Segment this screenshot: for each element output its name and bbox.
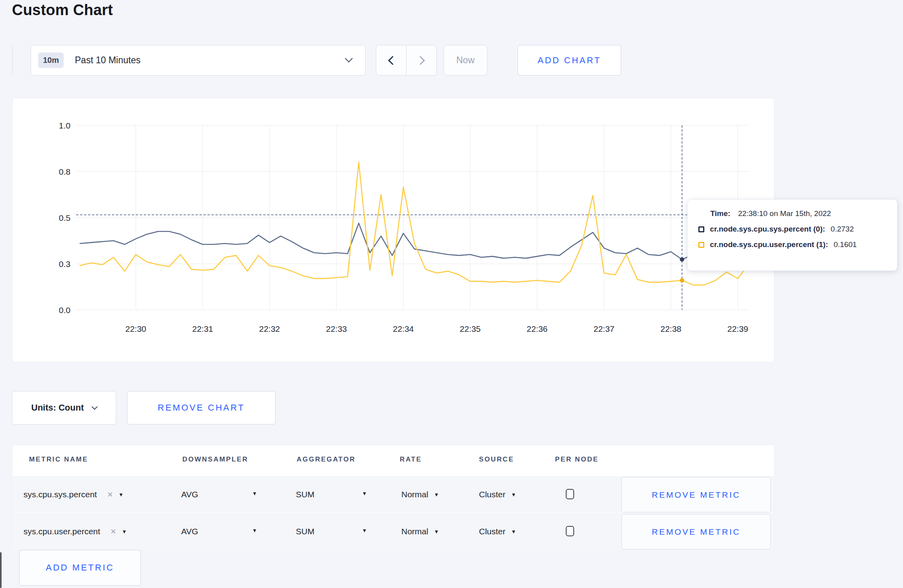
x-tick-label: 22:36: [527, 324, 548, 333]
clear-metric-icon[interactable]: ×: [107, 489, 113, 500]
now-button[interactable]: Now: [444, 45, 487, 76]
add-chart-button[interactable]: ADD CHART: [518, 45, 621, 76]
caret-down-icon: ▼: [122, 529, 127, 535]
clear-metric-icon[interactable]: ×: [111, 526, 116, 537]
aggregator-dropdown[interactable]: SUM: [296, 476, 315, 513]
caret-down-icon: ▼: [511, 492, 516, 498]
x-tick-label: 22:33: [326, 324, 347, 333]
remove-chart-button[interactable]: REMOVE CHART: [127, 391, 276, 424]
prev-time-button[interactable]: [376, 45, 407, 75]
remove-metric-button[interactable]: REMOVE METRIC: [622, 514, 771, 549]
per-node-checkbox[interactable]: [566, 489, 574, 499]
caret-down-icon[interactable]: ▼: [252, 528, 257, 533]
tooltip-series-row: cr.node.sys.cpu.sys.percent (0): 0.2732: [698, 225, 897, 234]
x-tick-label: 22:37: [594, 324, 615, 333]
chevron-left-icon: [388, 56, 397, 65]
metric-name-value: sys.cpu.user.percent: [23, 527, 100, 536]
metric-row: sys.cpu.sys.percent × ▼ AVG ▼ SUM ▼ Norm…: [12, 476, 774, 513]
col-header-aggregator: AGGREGATOR: [297, 456, 356, 463]
aggregator-dropdown[interactable]: SUM: [296, 513, 315, 550]
chevron-down-icon: [92, 403, 98, 410]
caret-down-icon: ▼: [434, 529, 439, 535]
downsampler-dropdown[interactable]: AVG: [181, 513, 198, 550]
x-tick-label: 22:34: [393, 324, 414, 333]
time-range-select[interactable]: 10m Past 10 Minutes: [31, 45, 366, 76]
add-metric-button[interactable]: ADD METRIC: [19, 550, 141, 586]
tooltip-time-label: Time:: [710, 209, 730, 218]
remove-metric-button[interactable]: REMOVE METRIC: [622, 477, 771, 512]
downsampler-value: AVG: [181, 490, 198, 499]
y-tick-label: 0.0: [59, 306, 70, 315]
caret-down-icon[interactable]: ▼: [252, 491, 257, 496]
chevron-down-icon: [345, 55, 353, 62]
page-title: Custom Chart: [12, 2, 113, 19]
col-header-rate: RATE: [400, 456, 422, 463]
y-tick-label: 0.5: [59, 213, 70, 222]
aggregator-value: SUM: [296, 527, 315, 536]
col-header-downsampler: DOWNSAMPLER: [182, 456, 248, 463]
rate-dropdown[interactable]: Normal ▼: [401, 513, 439, 550]
series-line-cr.node.sys.cpu.user.percent: [80, 162, 749, 285]
tooltip-time-value: 22:38:10 on Mar 15th, 2022: [738, 209, 831, 218]
caret-down-icon[interactable]: ▼: [362, 528, 367, 533]
toolbar-divider: [12, 45, 13, 76]
series-user-swatch-icon: [698, 242, 704, 248]
tooltip-series-user-label: cr.node.sys.cpu.user.percent (1):: [710, 240, 828, 249]
tooltip-series-sys-label: cr.node.sys.cpu.sys.percent (0):: [710, 225, 825, 234]
downsampler-value: AVG: [181, 527, 198, 536]
col-header-metric-name: METRIC NAME: [29, 456, 88, 463]
aggregator-value: SUM: [296, 490, 315, 499]
time-nav-group: [376, 45, 437, 76]
rate-dropdown[interactable]: Normal ▼: [401, 476, 439, 513]
line-chart[interactable]: 0.00.30.50.81.022:3022:3122:3222:3322:34…: [12, 98, 775, 363]
col-header-source: SOURCE: [479, 456, 514, 463]
x-tick-label: 22:31: [192, 324, 213, 333]
crosshair-dot: [680, 257, 684, 262]
metric-row: sys.cpu.user.percent × ▼ AVG ▼ SUM ▼ Nor…: [12, 513, 774, 550]
x-tick-label: 22:38: [661, 324, 682, 333]
downsampler-dropdown[interactable]: AVG: [181, 476, 198, 513]
crosshair-dot: [680, 278, 684, 282]
metric-name-dropdown[interactable]: sys.cpu.user.percent × ▼: [23, 513, 127, 550]
x-tick-label: 22:32: [259, 324, 280, 333]
time-range-badge: 10m: [38, 53, 64, 68]
caret-down-icon: ▼: [511, 529, 516, 535]
metric-name-value: sys.cpu.sys.percent: [23, 490, 97, 499]
chart-card: 0.00.30.50.81.022:3022:3122:3222:3322:34…: [12, 98, 774, 362]
chart-tooltip: Time: 22:38:10 on Mar 15th, 2022 cr.node…: [687, 199, 897, 271]
caret-down-icon: ▼: [118, 492, 123, 498]
source-value: Cluster: [479, 490, 506, 499]
y-tick-label: 0.8: [59, 167, 70, 176]
tooltip-series-user-value: 0.1601: [834, 240, 857, 249]
col-header-per-node: PER NODE: [555, 456, 599, 463]
y-tick-label: 1.0: [59, 121, 70, 130]
source-dropdown[interactable]: Cluster ▼: [479, 476, 516, 513]
screen-edge-artifact: [0, 552, 2, 588]
y-tick-label: 0.3: [59, 259, 70, 269]
x-tick-label: 22:30: [125, 324, 147, 333]
x-tick-label: 22:35: [460, 324, 481, 333]
source-value: Cluster: [479, 527, 506, 536]
metrics-table-header: METRIC NAME DOWNSAMPLER AGGREGATOR RATE …: [12, 445, 774, 476]
caret-down-icon[interactable]: ▼: [362, 491, 367, 496]
x-tick-label: 22:39: [727, 324, 749, 333]
time-range-label: Past 10 Minutes: [75, 55, 141, 66]
chevron-right-icon: [416, 56, 425, 65]
rate-value: Normal: [401, 527, 428, 536]
metric-name-dropdown[interactable]: sys.cpu.sys.percent × ▼: [23, 476, 123, 513]
series-sys-swatch-icon: [698, 226, 704, 232]
units-label: Units: Count: [31, 403, 84, 413]
next-time-button[interactable]: [407, 45, 436, 75]
caret-down-icon: ▼: [434, 492, 439, 498]
metrics-table: METRIC NAME DOWNSAMPLER AGGREGATOR RATE …: [12, 445, 774, 549]
per-node-checkbox[interactable]: [566, 526, 574, 536]
tooltip-time-row: Time: 22:38:10 on Mar 15th, 2022: [710, 209, 897, 218]
tooltip-series-row: cr.node.sys.cpu.user.percent (1): 0.1601: [698, 240, 897, 249]
rate-value: Normal: [401, 490, 428, 499]
tooltip-series-sys-value: 0.2732: [831, 225, 854, 234]
source-dropdown[interactable]: Cluster ▼: [479, 513, 516, 550]
units-select[interactable]: Units: Count: [12, 391, 116, 424]
